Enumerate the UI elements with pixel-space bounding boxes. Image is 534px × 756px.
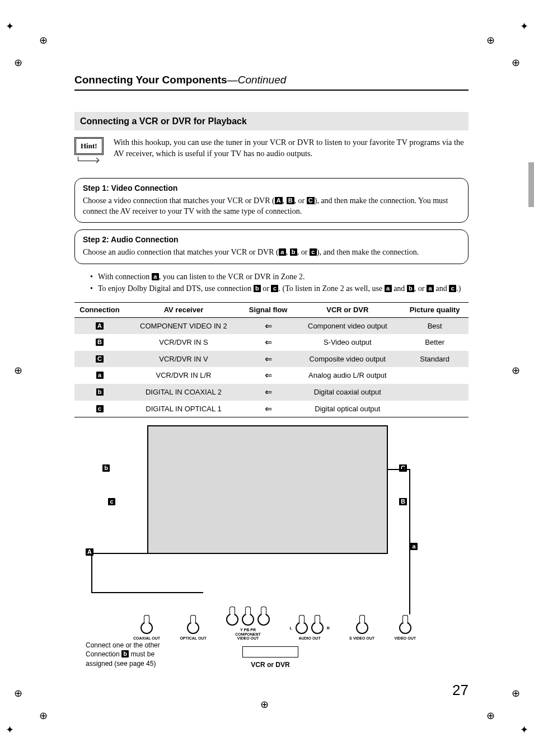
- row-tag: A: [96, 322, 104, 330]
- row-quality: Best: [401, 317, 469, 334]
- th-flow: Signal flow: [242, 303, 294, 318]
- reg-mark-ml: ⊕: [14, 364, 22, 377]
- step1-title: Step 1: Video Connection: [83, 183, 460, 194]
- jack-icon: [140, 622, 153, 634]
- audio-l-label: L: [289, 626, 292, 631]
- jack-icon: [356, 622, 368, 634]
- note2-t1: b: [254, 285, 261, 292]
- row-receiver: VCR/DVR IN L/R: [125, 367, 242, 384]
- note-1: With connection a, you can listen to the…: [90, 272, 469, 283]
- reg-mark-bl3: ⊕: [14, 687, 22, 700]
- note2-t5: a: [427, 285, 434, 292]
- page-continued: —Continued: [227, 74, 287, 86]
- arrow-left-icon: ⇐: [242, 334, 294, 351]
- table-row: b DIGITAL IN COAXIAL 2 ⇐ Digital coaxial…: [74, 384, 469, 401]
- reg-mark-br3: ⊕: [512, 687, 520, 700]
- jack-video: VIDEO OUT: [394, 622, 416, 641]
- step2-post: ), and then make the connection.: [317, 248, 419, 256]
- intro-row: Hint! With this hookup, you can use the …: [74, 137, 469, 161]
- wire: [91, 592, 203, 593]
- step1-pre: Choose a video connection that matches y…: [83, 196, 275, 205]
- note2-m1: or: [261, 284, 271, 293]
- hint-wrap: Hint!: [74, 137, 104, 161]
- jack-icon: [296, 622, 308, 634]
- row-tag: C: [96, 355, 104, 363]
- row-tag: a: [96, 372, 104, 379]
- page-header: Connecting Your Components—Continued: [74, 73, 469, 91]
- crop-mark-tl: ✦: [6, 20, 14, 33]
- step2-mid2: , or: [297, 248, 310, 256]
- reg-mark-bm: ⊕: [260, 698, 269, 711]
- arrow-left-icon: ⇐: [242, 351, 294, 368]
- row-device: S-Video output: [294, 334, 401, 351]
- note1-post: , you can listen to the VCR or DVR in Zo…: [159, 273, 305, 281]
- reg-mark-r: ⊕: [512, 56, 520, 69]
- note2-t6: c: [449, 285, 456, 292]
- note1-tag: a: [152, 273, 159, 280]
- jack-optical: OPTICAL OUT: [180, 622, 206, 641]
- step2-pre: Choose an audio connection that matches …: [83, 248, 279, 256]
- row-quality: [401, 367, 469, 384]
- jack-icon: [187, 622, 199, 634]
- row-device: Analog audio L/R output: [294, 367, 401, 384]
- diag-tag-b: b: [102, 464, 110, 472]
- diag-note-l3: assigned (see page 45): [86, 659, 198, 668]
- page-title: Connecting Your Components: [74, 74, 227, 86]
- arrow-left-icon: ⇐: [242, 367, 294, 384]
- note2-m3: and: [392, 284, 407, 293]
- hint-arrow-icon: [78, 157, 98, 161]
- jack-label: VIDEO OUT: [394, 636, 416, 641]
- intro-text: With this hookup, you can use the tuner …: [114, 137, 469, 159]
- step2-box: Step 2: Audio Connection Choose an audio…: [74, 229, 469, 264]
- notes-list: With connection a, you can listen to the…: [90, 272, 469, 294]
- device-output-row: COAXIAL OUT OPTICAL OUT Y PB PR COMPONEN…: [133, 607, 416, 641]
- tag-a: a: [279, 248, 286, 256]
- wiring-diagram: b c A C B a COAXIAL OUT OPTICAL OUT Y PB…: [74, 425, 469, 677]
- crop-mark-tr: ✦: [520, 20, 528, 33]
- step2-mid1: ,: [286, 248, 290, 256]
- jack-coaxial: COAXIAL OUT: [133, 622, 160, 641]
- step2-title: Step 2: Audio Connection: [83, 234, 460, 245]
- row-device: Composite video output: [294, 351, 401, 368]
- reg-mark-l: ⊕: [14, 56, 22, 69]
- diag-tag-C: C: [399, 464, 407, 472]
- table-row: C VCR/DVR IN V ⇐ Composite video output …: [74, 351, 469, 368]
- row-receiver: DIGITAL IN OPTICAL 1: [125, 401, 242, 417]
- hint-badge: Hint!: [74, 137, 104, 155]
- row-quality: Better: [401, 334, 469, 351]
- diag-note-l1: Connect one or the other: [86, 641, 198, 650]
- th-receiver: AV receiver: [125, 303, 242, 318]
- tag-b: b: [290, 248, 297, 256]
- diag-note-l2b: must be: [129, 650, 154, 658]
- reg-mark-mr: ⊕: [512, 364, 520, 377]
- note2-t4: b: [407, 285, 414, 292]
- note2-t2: c: [271, 285, 278, 292]
- wire: [409, 469, 410, 614]
- jack-icon: [226, 613, 238, 626]
- step1-mid2: , or: [294, 196, 307, 205]
- row-tag: c: [96, 405, 104, 412]
- table-row: a VCR/DVR IN L/R ⇐ Analog audio L/R outp…: [74, 367, 469, 384]
- wire: [388, 469, 410, 470]
- reg-mark-tl2: ⊕: [39, 34, 48, 47]
- jack-label: OPTICAL OUT: [180, 636, 206, 641]
- note2-m2: . (To listen in Zone 2 as well, use: [278, 284, 384, 293]
- note2-m5: and: [434, 284, 449, 293]
- arrow-left-icon: ⇐: [242, 317, 294, 334]
- diag-tag-B: B: [399, 498, 407, 505]
- note2-m4: , or: [414, 284, 427, 293]
- jack-label: Y PB PR COMPONENT VIDEO OUT: [231, 628, 265, 641]
- bleed-tab: [528, 162, 534, 207]
- reg-mark-br2: ⊕: [486, 709, 495, 722]
- jack-label: AUDIO OUT: [298, 636, 320, 641]
- wire: [91, 553, 147, 554]
- reg-mark-bl2: ⊕: [39, 709, 48, 722]
- tag-A: A: [275, 197, 283, 204]
- device-box: [242, 646, 298, 658]
- step1-mid1: ,: [283, 196, 287, 205]
- jack-audio: L R AUDIO OUT: [289, 622, 329, 641]
- table-header-row: Connection AV receiver Signal flow VCR o…: [74, 303, 469, 318]
- row-receiver: COMPONENT VIDEO IN 2: [125, 317, 242, 334]
- diag-tag-a: a: [410, 543, 418, 550]
- jack-label: COAXIAL OUT: [133, 636, 160, 641]
